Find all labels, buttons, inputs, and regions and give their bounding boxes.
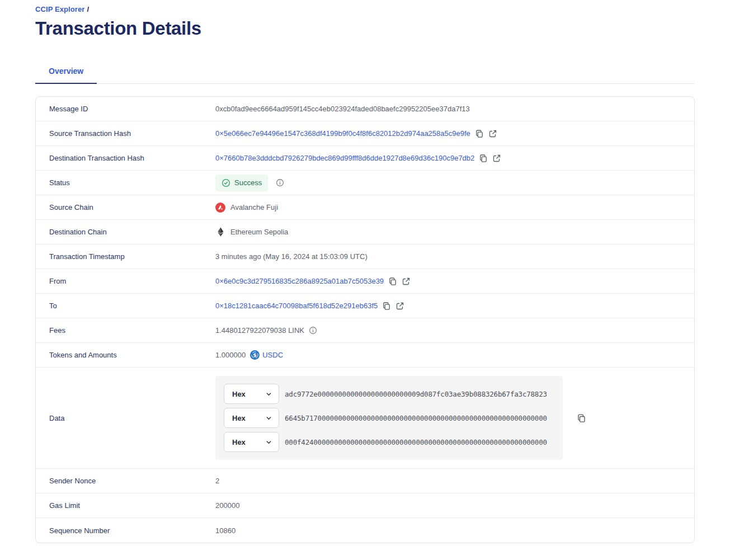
source-chain-value: Avalanche Fuji (215, 203, 278, 213)
data-hex-value: adc9772e0000000000000000000000009d087fc0… (285, 390, 547, 398)
status-badge: Success (215, 175, 268, 191)
data-line: Hex adc9772e0000000000000000000000009d08… (224, 384, 555, 404)
message-id-value: 0xcb0fad9eec6664ad959f145cc4eb023924fade… (215, 105, 470, 113)
copy-icon[interactable] (577, 413, 586, 423)
row-sender-nonce: Sender Nonce 2 (36, 469, 694, 493)
token-symbol: USDC (262, 351, 283, 359)
row-label: Status (49, 178, 215, 187)
tab-bar: Overview (35, 60, 695, 84)
sender-nonce-value: 2 (215, 477, 219, 485)
row-gas-limit: Gas Limit 200000 (36, 493, 694, 518)
row-label: Fees (49, 326, 215, 335)
ethereum-sepolia-icon (215, 227, 225, 237)
fees-value: 1.4480127922079038 LINK (215, 326, 304, 335)
gas-limit-value: 200000 (215, 501, 239, 510)
to-address-link[interactable]: 0×18c1281caac64c70098baf5f618d52e291eb63… (215, 302, 378, 310)
page-title: Transaction Details (35, 18, 695, 39)
hex-format-select[interactable]: Hex (224, 384, 279, 404)
transaction-details-page: CCIP Explorer/ Transaction Details Overv… (0, 0, 730, 543)
source-tx-hash-link[interactable]: 0×5e066ec7e94496e1547c368df4199b9f0c4f8f… (215, 129, 470, 138)
sequence-number-value: 10860 (215, 526, 236, 535)
from-address-link[interactable]: 0×6e0c9c3d279516835c286a8925a01ab7c5053e… (215, 277, 384, 285)
row-message-id: Message ID 0xcb0fad9eec6664ad959f145cc4e… (36, 97, 694, 121)
transaction-details-card: Message ID 0xcb0fad9eec6664ad959f145cc4e… (35, 96, 695, 543)
hex-select-label: Hex (232, 414, 246, 422)
row-to: To 0×18c1281caac64c70098baf5f618d52e291e… (36, 294, 694, 318)
token-amount: 1.000000 (215, 351, 246, 359)
row-source-tx-hash: Source Transaction Hash 0×5e066ec7e94496… (36, 121, 694, 146)
token-link[interactable]: $ USDC (250, 350, 283, 360)
row-sequence-number: Sequence Number 10860 (36, 518, 694, 543)
dest-chain-value: Ethereum Sepolia (215, 227, 288, 237)
row-timestamp: Transaction Timestamp 3 minutes ago (May… (36, 244, 694, 269)
copy-icon[interactable] (479, 154, 488, 163)
row-fees: Fees 1.4480127922079038 LINK (36, 318, 694, 343)
external-link-icon[interactable] (492, 154, 501, 163)
row-label: Gas Limit (49, 501, 215, 510)
row-label: Data (49, 414, 215, 422)
avalanche-fuji-icon (215, 203, 225, 213)
row-label: Source Transaction Hash (49, 129, 215, 138)
dest-chain-name: Ethereum Sepolia (230, 228, 288, 236)
hex-format-select[interactable]: Hex (224, 408, 279, 428)
copy-icon[interactable] (382, 302, 391, 310)
copy-icon[interactable] (475, 129, 484, 138)
breadcrumb: CCIP Explorer/ (35, 5, 695, 13)
external-link-icon[interactable] (488, 129, 497, 138)
usdc-icon: $ (250, 350, 260, 360)
row-label: Source Chain (49, 203, 215, 211)
row-source-chain: Source Chain Avalanche Fuji (36, 195, 694, 220)
row-label: Destination Transaction Hash (49, 154, 215, 162)
info-icon[interactable] (309, 326, 317, 335)
info-icon[interactable] (276, 178, 284, 187)
row-status: Status Success (36, 171, 694, 195)
data-hex-value: 000f424000000000000000000000000000000000… (285, 438, 547, 446)
row-label: Sender Nonce (49, 477, 215, 485)
row-label: Destination Chain (49, 228, 215, 236)
data-payload-box: Hex adc9772e0000000000000000000000009d08… (215, 376, 563, 460)
tab-overview[interactable]: Overview (35, 60, 97, 84)
dest-tx-hash-link[interactable]: 0×7660b78e3dddcbd7926279bdec869d99fff8d6… (215, 154, 474, 162)
copy-icon[interactable] (388, 277, 397, 286)
row-label: Transaction Timestamp (49, 252, 215, 261)
external-link-icon[interactable] (402, 277, 411, 286)
status-text: Success (234, 178, 262, 187)
breadcrumb-separator: / (87, 5, 89, 13)
success-check-icon (222, 178, 230, 187)
svg-text:$: $ (253, 352, 257, 358)
row-label: Tokens and Amounts (49, 351, 215, 359)
row-data: Data Hex adc9772e00000000000000000000000… (36, 368, 694, 469)
chevron-down-icon (265, 390, 272, 398)
hex-format-select[interactable]: Hex (224, 432, 279, 452)
row-dest-chain: Destination Chain Ethereum Sepolia (36, 220, 694, 244)
hex-select-label: Hex (232, 390, 246, 398)
row-label: Sequence Number (49, 526, 215, 535)
row-dest-tx-hash: Destination Transaction Hash 0×7660b78e3… (36, 146, 694, 171)
row-label: From (49, 277, 215, 285)
row-tokens-and-amounts: Tokens and Amounts 1.000000 $ USDC (36, 343, 694, 368)
hex-select-label: Hex (232, 438, 246, 446)
source-chain-name: Avalanche Fuji (230, 203, 278, 211)
row-label: To (49, 302, 215, 310)
timestamp-value: 3 minutes ago (May 16, 2024 at 15:03:09 … (215, 252, 368, 261)
data-line: Hex 6645b7170000000000000000000000000000… (224, 408, 555, 428)
row-label: Message ID (49, 105, 215, 113)
row-from: From 0×6e0c9c3d279516835c286a8925a01ab7c… (36, 269, 694, 294)
external-link-icon[interactable] (395, 302, 404, 310)
chevron-down-icon (265, 415, 272, 422)
data-hex-value: 6645b71700000000000000000000000000000000… (285, 414, 547, 422)
data-line: Hex 000f42400000000000000000000000000000… (224, 432, 555, 452)
chevron-down-icon (265, 439, 272, 446)
breadcrumb-ccip-explorer-link[interactable]: CCIP Explorer (35, 5, 84, 13)
